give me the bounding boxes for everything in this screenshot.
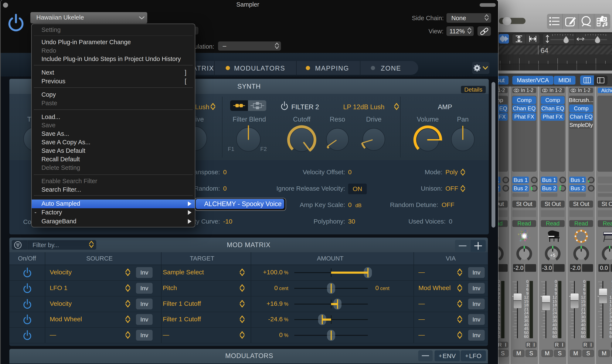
svg-text:60: 60 — [581, 334, 586, 338]
svg-text:+5: +5 — [550, 253, 555, 258]
svg-text:60: 60 — [524, 334, 529, 338]
svg-text:60: 60 — [610, 334, 612, 338]
svg-text:60: 60 — [552, 334, 557, 338]
